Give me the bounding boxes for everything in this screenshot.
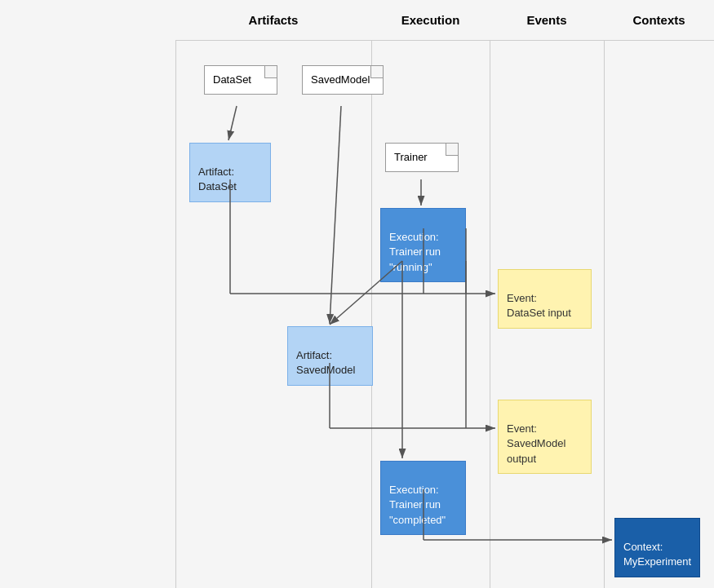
- svg-line-2: [228, 106, 237, 140]
- col-header-events: Events: [490, 13, 604, 27]
- node-execution-running: Execution: Trainer run "running": [380, 208, 466, 282]
- col-header-execution: Execution: [371, 13, 490, 27]
- node-artifact-savedmodel: Artifact: SavedModel: [287, 326, 373, 386]
- node-event-dataset-input: Event: DataSet input: [498, 269, 592, 329]
- vline-left: [175, 0, 176, 588]
- node-execution-completed: Execution: Trainer run "completed": [380, 461, 466, 535]
- diagram-container: Artifacts Execution Events Contexts Data…: [0, 0, 714, 588]
- node-context-myexperiment: Context: MyExperiment: [614, 518, 700, 577]
- svg-line-3: [330, 106, 341, 324]
- col-header-contexts: Contexts: [604, 13, 714, 27]
- vline-col2: [490, 0, 490, 588]
- vline-col3: [604, 0, 605, 588]
- node-dataset-type: DataSet: [204, 65, 277, 95]
- node-trainer-type: Trainer: [385, 143, 459, 172]
- col-header-artifacts: Artifacts: [175, 13, 371, 27]
- node-savedmodel-type: SavedModel: [302, 65, 384, 95]
- node-artifact-dataset: Artifact: DataSet: [189, 143, 271, 202]
- node-event-savedmodel-output: Event: SavedModel output: [498, 400, 592, 474]
